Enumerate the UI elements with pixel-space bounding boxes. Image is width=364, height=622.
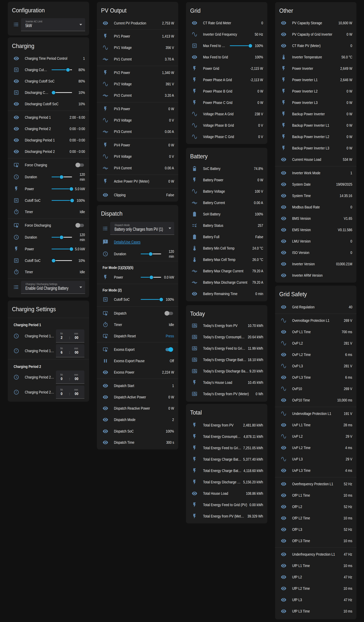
svg-text:1: 1 <box>192 324 194 327</box>
svg-text:1: 1 <box>192 358 194 361</box>
svg-text:?: ? <box>104 240 106 243</box>
svg-text:1: 1 <box>192 392 194 395</box>
svg-text:1: 1 <box>192 336 194 338</box>
svg-text:1: 1 <box>192 370 194 373</box>
svg-text:1: 1 <box>192 347 194 350</box>
